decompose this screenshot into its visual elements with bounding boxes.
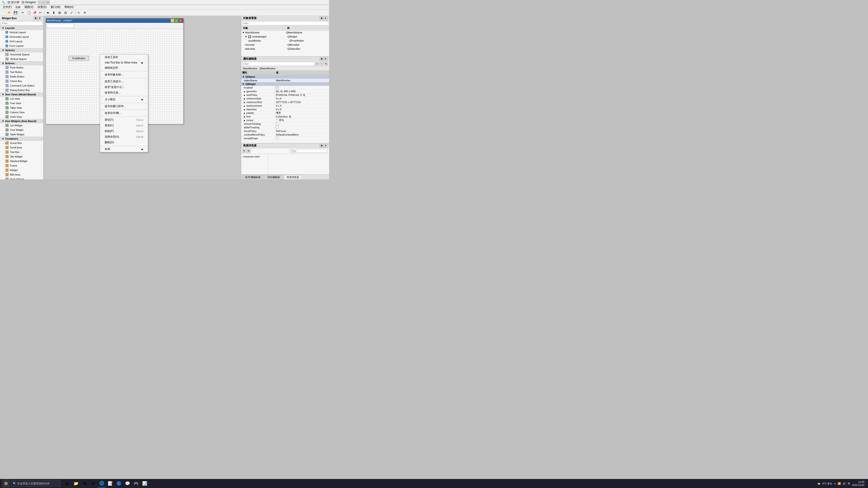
canvas-pushbutton[interactable]: PushButton	[68, 56, 89, 61]
widget-stacked-widget[interactable]: Stacked Widget	[0, 159, 43, 163]
prop-row-contextmenupolicy[interactable]: contextMenuPolicy DefaultContextMenu	[241, 133, 329, 136]
widget-form-layout[interactable]: Form Layout	[0, 43, 43, 48]
category-item-views[interactable]: ▼ Item Views (Model-Based)	[0, 92, 43, 96]
prop-editor-float[interactable]: ⧉	[320, 57, 323, 61]
widget-dialog-btn-box[interactable]: Dialog Button Box	[0, 88, 43, 92]
category-layouts[interactable]: ▼ Layouts	[0, 26, 43, 30]
cut-btn[interactable]: ✂	[20, 10, 26, 15]
widget-tool-box[interactable]: Tool Box	[0, 150, 43, 154]
tab-order-btn[interactable]: #	[82, 10, 88, 15]
tablettracking-checkbox[interactable]	[276, 126, 279, 129]
prop-row-enabled[interactable]: enabled ✓	[241, 86, 329, 90]
ctx-change-object-name[interactable]: 改变对象名称...	[100, 72, 148, 77]
ctx-layout[interactable]: 布局 ▶	[100, 147, 148, 152]
widget-frame[interactable]: Frame	[0, 163, 43, 168]
prop-add-btn[interactable]: +	[315, 62, 319, 66]
category-spacers[interactable]: ▼ Spacers	[0, 48, 43, 52]
widget-radio-button[interactable]: Radio Button	[0, 74, 43, 79]
widget-horizontal-layout[interactable]: Horizontal Layout	[0, 35, 43, 39]
category-containers[interactable]: ▼ Containers	[0, 137, 43, 141]
prop-row-basesize[interactable]: ▶ baseSize 0 x 0	[241, 107, 329, 111]
res-root-item[interactable]: <resource root>	[242, 154, 268, 159]
obj-row-pushbutton[interactable]: pushButton QPushButton	[241, 39, 329, 43]
restore-btn[interactable]: □	[42, 1, 46, 4]
res-browser-float[interactable]: ⧉	[320, 144, 323, 148]
layout-h-btn[interactable]: ⬌	[45, 10, 51, 15]
widget-group-box[interactable]: Group Box	[0, 141, 43, 145]
ctx-promoted[interactable]: 提升的窗口部件...	[100, 103, 148, 109]
new-btn[interactable]: 📄	[1, 10, 6, 15]
layout-break-btn[interactable]: ⊟	[63, 10, 68, 15]
copy-btn[interactable]: 📋	[26, 10, 31, 15]
menu-view[interactable]: 视图(V)	[23, 5, 35, 9]
menu-window[interactable]: 窗口(W)	[49, 5, 62, 9]
widget-box-close[interactable]: ✕	[38, 17, 41, 20]
prop-row-sizepolicy[interactable]: ▶ sizePolicy [Preferred, Preferred, 0, 0…	[241, 93, 329, 97]
obj-row-mainwindow[interactable]: ▼ MainWindow QMainWindow	[241, 31, 329, 35]
ctx-change-whats-this[interactable]: 改变"这是什么"...	[100, 84, 148, 90]
ctx-change-stylesheet[interactable]: 改变样式表...	[100, 90, 148, 96]
widget-vertical-layout[interactable]: Vertical Layout	[0, 30, 43, 35]
widget-h-spacer[interactable]: Horizontal Spacer	[0, 52, 43, 57]
widget-filter-input[interactable]	[1, 21, 42, 25]
prop-row-geometry[interactable]: ▶ geometry [(0, 0), 800 x 600]	[241, 90, 329, 93]
widget-check-box[interactable]: Check Box	[0, 79, 43, 84]
inner-window-titlebar[interactable]: MainWindow - untitled* ─ □ ✕	[46, 18, 183, 23]
prop-row-minsize[interactable]: ▶ minimumSize 0 x 0	[241, 97, 329, 100]
inner-close-btn[interactable]: ✕	[179, 19, 182, 22]
ctx-remove-statusbar[interactable]: 移除状态栏	[100, 65, 148, 71]
layout-grid-btn[interactable]: ⊞	[57, 10, 62, 15]
ctx-copy[interactable]: 复制(C) Ctrl+C	[100, 123, 148, 128]
widget-v-spacer[interactable]: Vertical Spacer	[0, 57, 43, 61]
ctx-change-tooltip[interactable]: 改变工具提示...	[100, 78, 148, 84]
paste-btn[interactable]: 📌	[32, 10, 37, 15]
widget-table-widget[interactable]: Table Widget	[0, 132, 43, 137]
ctx-add-toolbar-other[interactable]: Add Tool Bar to Other Area ▶	[100, 60, 148, 65]
res-browser-close[interactable]: ✕	[324, 144, 327, 148]
prop-row-font[interactable]: ▶ font A [SimSun, 9]	[241, 115, 329, 119]
res-filter-input[interactable]	[290, 149, 328, 153]
widget-undo-view[interactable]: Undo View	[0, 115, 43, 119]
close-btn[interactable]: ✕	[46, 1, 50, 4]
widget-tool-button[interactable]: Tool Button	[0, 70, 43, 74]
widget-box-float[interactable]: ⧉	[34, 17, 37, 20]
widget-tree-widget[interactable]: Tree Widget	[0, 128, 43, 132]
widget-grid-layout[interactable]: Grid Layout	[0, 39, 43, 43]
widget-mdi-area[interactable]: MDI Area	[0, 172, 43, 177]
obj-filter-input[interactable]	[242, 21, 328, 25]
widget-list-view[interactable]: List View	[0, 96, 43, 101]
ctx-delete[interactable]: 删除(D)	[100, 140, 148, 145]
obj-row-central[interactable]: ▼ 🔲 centralwidget QWidget	[241, 35, 329, 39]
menu-file[interactable]: 文件(F)	[1, 5, 13, 9]
widget-widget[interactable]: Widget	[0, 168, 43, 172]
prop-group-qwidget[interactable]: ▼ QWidget	[241, 82, 329, 86]
acceptdrops-checkbox[interactable]	[276, 137, 279, 139]
res-edit-btn[interactable]: ✎	[242, 149, 246, 153]
prop-row-sizeinc[interactable]: ▶ sizeIncrement 0 x 0	[241, 104, 329, 107]
widget-cmd-link-btn[interactable]: Command Link Button	[0, 84, 43, 88]
ctx-change-signal[interactable]: 改变信号/槽...	[100, 110, 148, 116]
inner-toolbar-input[interactable]: 在这里输入	[47, 24, 74, 28]
undo-btn[interactable]: ↩	[38, 10, 43, 15]
widget-tree-view[interactable]: Tree View	[0, 101, 43, 105]
prop-remove-btn[interactable]: −	[320, 62, 324, 66]
pointer-btn[interactable]: ↖	[76, 10, 82, 15]
category-buttons[interactable]: ▼ Buttons	[0, 61, 43, 65]
prop-group-qobject[interactable]: ▼ QObject	[241, 75, 329, 78]
adjust-size-btn[interactable]: ⤢	[69, 10, 74, 15]
mousetracking-checkbox[interactable]	[276, 122, 279, 125]
obj-inspector-close[interactable]: ✕	[324, 17, 327, 20]
prop-row-objectname[interactable]: objectName MainWindow	[241, 78, 329, 82]
open-btn[interactable]: 📂	[7, 10, 12, 15]
obj-inspector-float[interactable]: ⧉	[320, 17, 323, 20]
widget-column-view[interactable]: Column View	[0, 110, 43, 115]
save-btn[interactable]: 💾	[13, 10, 18, 15]
tab-resource-browser[interactable]: 资源浏览器	[284, 175, 302, 180]
prop-row-acceptdrops[interactable]: acceptDrops	[241, 136, 329, 140]
inner-restore-btn[interactable]: □	[175, 19, 178, 22]
prop-row-cursor[interactable]: ▶ cursor ↖ 箭头	[241, 119, 329, 122]
menu-edit[interactable]: Edit	[14, 5, 22, 9]
category-item-widgets[interactable]: ▼ Item Widgets (Item-Based)	[0, 119, 43, 123]
prop-edit-btn[interactable]: ✎	[324, 62, 328, 66]
widget-tab-widget[interactable]: Tab Widget	[0, 154, 43, 159]
